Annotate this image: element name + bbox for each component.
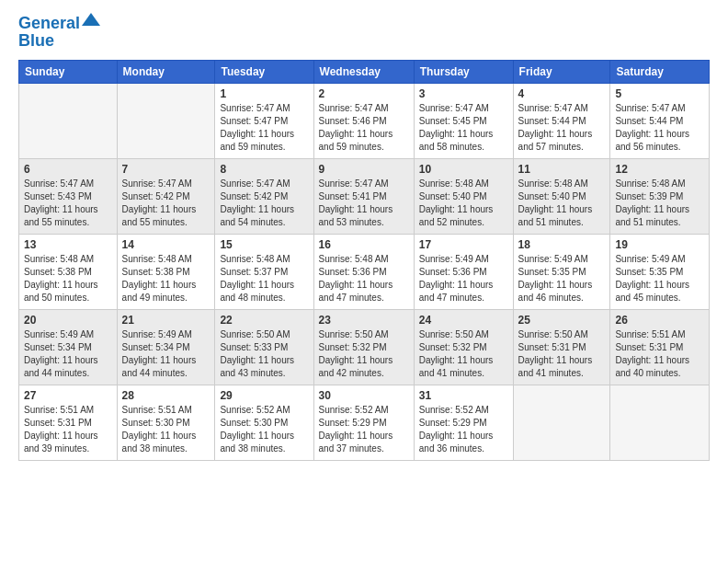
calendar-cell: 14Sunrise: 5:48 AMSunset: 5:38 PMDayligh… xyxy=(117,234,215,309)
day-header-saturday: Saturday xyxy=(610,60,710,83)
calendar-cell: 16Sunrise: 5:48 AMSunset: 5:36 PMDayligh… xyxy=(313,234,414,309)
day-info: Sunrise: 5:47 AMSunset: 5:44 PMDaylight:… xyxy=(518,102,606,154)
logo-text: General xyxy=(18,15,80,33)
calendar-cell: 27Sunrise: 5:51 AMSunset: 5:31 PMDayligh… xyxy=(19,385,118,460)
day-number: 24 xyxy=(419,314,508,327)
day-header-tuesday: Tuesday xyxy=(215,60,313,83)
calendar-cell: 18Sunrise: 5:49 AMSunset: 5:35 PMDayligh… xyxy=(513,234,610,309)
day-number: 20 xyxy=(24,314,112,327)
day-number: 10 xyxy=(419,163,508,176)
calendar-cell: 23Sunrise: 5:50 AMSunset: 5:32 PMDayligh… xyxy=(313,309,414,385)
day-header-friday: Friday xyxy=(513,60,610,83)
day-header-monday: Monday xyxy=(117,60,215,83)
day-number: 3 xyxy=(419,87,508,100)
calendar-cell: 5Sunrise: 5:47 AMSunset: 5:44 PMDaylight… xyxy=(610,83,710,158)
calendar-cell: 9Sunrise: 5:47 AMSunset: 5:41 PMDaylight… xyxy=(313,158,414,234)
calendar-cell xyxy=(19,83,118,158)
day-info: Sunrise: 5:47 AMSunset: 5:42 PMDaylight:… xyxy=(122,178,210,229)
day-info: Sunrise: 5:47 AMSunset: 5:45 PMDaylight:… xyxy=(419,102,508,154)
calendar-week-row: 6Sunrise: 5:47 AMSunset: 5:43 PMDaylight… xyxy=(19,158,710,234)
calendar-table: SundayMondayTuesdayWednesdayThursdayFrid… xyxy=(18,60,710,461)
calendar-cell: 10Sunrise: 5:48 AMSunset: 5:40 PMDayligh… xyxy=(414,158,513,234)
day-info: Sunrise: 5:49 AMSunset: 5:34 PMDaylight:… xyxy=(24,328,112,380)
day-info: Sunrise: 5:48 AMSunset: 5:38 PMDaylight:… xyxy=(122,253,210,304)
day-number: 11 xyxy=(518,163,606,176)
page: General Blue SundayMondayTuesdayWednesda… xyxy=(0,0,728,563)
day-info: Sunrise: 5:50 AMSunset: 5:32 PMDaylight:… xyxy=(419,328,508,380)
day-info: Sunrise: 5:48 AMSunset: 5:40 PMDaylight:… xyxy=(518,178,606,229)
day-info: Sunrise: 5:47 AMSunset: 5:46 PMDaylight:… xyxy=(319,102,409,154)
svg-marker-0 xyxy=(82,13,100,26)
calendar-cell: 26Sunrise: 5:51 AMSunset: 5:31 PMDayligh… xyxy=(610,309,710,385)
day-info: Sunrise: 5:48 AMSunset: 5:38 PMDaylight:… xyxy=(24,253,112,304)
calendar-cell: 4Sunrise: 5:47 AMSunset: 5:44 PMDaylight… xyxy=(513,83,610,158)
calendar-cell xyxy=(513,385,610,460)
day-number: 8 xyxy=(220,163,308,176)
logo-icon xyxy=(82,13,100,31)
day-info: Sunrise: 5:48 AMSunset: 5:40 PMDaylight:… xyxy=(419,178,508,229)
day-info: Sunrise: 5:51 AMSunset: 5:31 PMDaylight:… xyxy=(24,404,112,455)
day-number: 2 xyxy=(319,87,409,100)
day-number: 12 xyxy=(615,163,704,176)
day-number: 1 xyxy=(220,87,308,100)
calendar-week-row: 1Sunrise: 5:47 AMSunset: 5:47 PMDaylight… xyxy=(19,83,710,158)
day-number: 16 xyxy=(319,238,409,251)
day-number: 28 xyxy=(122,389,210,402)
day-info: Sunrise: 5:50 AMSunset: 5:32 PMDaylight:… xyxy=(319,328,409,380)
day-number: 18 xyxy=(518,238,606,251)
day-info: Sunrise: 5:49 AMSunset: 5:36 PMDaylight:… xyxy=(419,253,508,304)
calendar-cell: 2Sunrise: 5:47 AMSunset: 5:46 PMDaylight… xyxy=(313,83,414,158)
day-info: Sunrise: 5:48 AMSunset: 5:39 PMDaylight:… xyxy=(615,178,704,229)
day-info: Sunrise: 5:52 AMSunset: 5:29 PMDaylight:… xyxy=(319,404,409,455)
day-info: Sunrise: 5:49 AMSunset: 5:35 PMDaylight:… xyxy=(615,253,704,304)
day-info: Sunrise: 5:50 AMSunset: 5:33 PMDaylight:… xyxy=(220,328,308,380)
day-number: 19 xyxy=(615,238,704,251)
calendar-cell: 15Sunrise: 5:48 AMSunset: 5:37 PMDayligh… xyxy=(215,234,313,309)
day-number: 15 xyxy=(220,238,308,251)
header: General Blue xyxy=(18,15,710,51)
day-number: 21 xyxy=(122,314,210,327)
calendar-week-row: 20Sunrise: 5:49 AMSunset: 5:34 PMDayligh… xyxy=(19,309,710,385)
calendar-cell: 8Sunrise: 5:47 AMSunset: 5:42 PMDaylight… xyxy=(215,158,313,234)
day-header-sunday: Sunday xyxy=(19,60,118,83)
calendar-week-row: 13Sunrise: 5:48 AMSunset: 5:38 PMDayligh… xyxy=(19,234,710,309)
day-info: Sunrise: 5:47 AMSunset: 5:41 PMDaylight:… xyxy=(319,178,409,229)
day-number: 26 xyxy=(615,314,704,327)
day-number: 13 xyxy=(24,238,112,251)
calendar-cell: 13Sunrise: 5:48 AMSunset: 5:38 PMDayligh… xyxy=(19,234,118,309)
calendar-cell: 6Sunrise: 5:47 AMSunset: 5:43 PMDaylight… xyxy=(19,158,118,234)
logo-line2: Blue xyxy=(18,31,100,51)
calendar-cell: 29Sunrise: 5:52 AMSunset: 5:30 PMDayligh… xyxy=(215,385,313,460)
calendar-cell: 21Sunrise: 5:49 AMSunset: 5:34 PMDayligh… xyxy=(117,309,215,385)
day-header-wednesday: Wednesday xyxy=(313,60,414,83)
day-number: 5 xyxy=(615,87,704,100)
day-number: 27 xyxy=(24,389,112,402)
calendar-cell: 25Sunrise: 5:50 AMSunset: 5:31 PMDayligh… xyxy=(513,309,610,385)
day-number: 30 xyxy=(319,389,409,402)
day-info: Sunrise: 5:52 AMSunset: 5:29 PMDaylight:… xyxy=(419,404,508,455)
calendar-cell: 12Sunrise: 5:48 AMSunset: 5:39 PMDayligh… xyxy=(610,158,710,234)
day-info: Sunrise: 5:49 AMSunset: 5:34 PMDaylight:… xyxy=(122,328,210,380)
calendar-cell: 3Sunrise: 5:47 AMSunset: 5:45 PMDaylight… xyxy=(414,83,513,158)
day-info: Sunrise: 5:51 AMSunset: 5:31 PMDaylight:… xyxy=(615,328,704,380)
calendar-cell xyxy=(610,385,710,460)
day-number: 6 xyxy=(24,163,112,176)
calendar-header-row: SundayMondayTuesdayWednesdayThursdayFrid… xyxy=(19,60,710,83)
day-info: Sunrise: 5:47 AMSunset: 5:44 PMDaylight:… xyxy=(615,102,704,154)
day-info: Sunrise: 5:51 AMSunset: 5:30 PMDaylight:… xyxy=(122,404,210,455)
day-info: Sunrise: 5:47 AMSunset: 5:42 PMDaylight:… xyxy=(220,178,308,229)
day-number: 29 xyxy=(220,389,308,402)
day-info: Sunrise: 5:48 AMSunset: 5:36 PMDaylight:… xyxy=(319,253,409,304)
day-info: Sunrise: 5:52 AMSunset: 5:30 PMDaylight:… xyxy=(220,404,308,455)
calendar-cell: 1Sunrise: 5:47 AMSunset: 5:47 PMDaylight… xyxy=(215,83,313,158)
calendar-cell: 30Sunrise: 5:52 AMSunset: 5:29 PMDayligh… xyxy=(313,385,414,460)
day-info: Sunrise: 5:47 AMSunset: 5:47 PMDaylight:… xyxy=(220,102,308,154)
day-number: 25 xyxy=(518,314,606,327)
calendar-cell: 7Sunrise: 5:47 AMSunset: 5:42 PMDaylight… xyxy=(117,158,215,234)
day-number: 9 xyxy=(319,163,409,176)
calendar-cell: 22Sunrise: 5:50 AMSunset: 5:33 PMDayligh… xyxy=(215,309,313,385)
calendar-cell: 31Sunrise: 5:52 AMSunset: 5:29 PMDayligh… xyxy=(414,385,513,460)
calendar-week-row: 27Sunrise: 5:51 AMSunset: 5:31 PMDayligh… xyxy=(19,385,710,460)
day-info: Sunrise: 5:47 AMSunset: 5:43 PMDaylight:… xyxy=(24,178,112,229)
calendar-cell: 11Sunrise: 5:48 AMSunset: 5:40 PMDayligh… xyxy=(513,158,610,234)
